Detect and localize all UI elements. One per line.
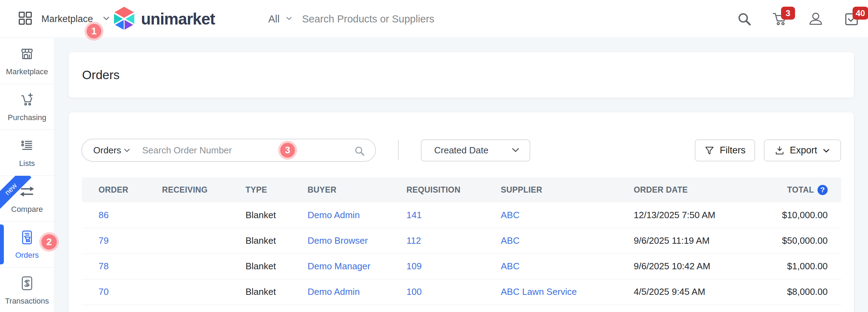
orders-table: ORDER RECEIVING TYPE BUYER REQUISITION S…	[82, 177, 841, 305]
storefront-icon	[19, 46, 35, 63]
requisition-link[interactable]: 141	[406, 210, 422, 220]
search-icon	[736, 11, 752, 27]
order-date-cell: 9/6/2025 11:19 AM	[634, 228, 754, 254]
cart-badge: 3	[781, 7, 795, 20]
table-row: 78 Blanket Demo Manager 109 ABC 9/6/2025…	[82, 254, 841, 279]
global-search-input[interactable]	[302, 13, 498, 25]
table-row: 86 Blanket Demo Admin 141 ABC 12/13/2025…	[82, 202, 841, 228]
buyer-link[interactable]: Demo Admin	[308, 286, 360, 297]
total-cell: $8,000.00	[754, 279, 841, 305]
global-search: All	[268, 0, 498, 38]
supplier-link[interactable]: ABC Lawn Service	[501, 286, 577, 297]
main-content: Orders Orders 3 Created Date Filters	[55, 38, 868, 312]
order-link[interactable]: 79	[99, 235, 109, 246]
receiving-cell	[162, 228, 245, 254]
export-button[interactable]: Export	[764, 139, 841, 161]
unimarket-logo-icon	[113, 6, 135, 32]
table-row: 79 Blanket Demo Browser 112 ABC 9/6/2025…	[82, 228, 841, 254]
chevron-down-icon	[102, 14, 110, 24]
compare-arrows-icon	[19, 183, 35, 201]
cart-plus-icon	[19, 92, 35, 109]
supplier-link[interactable]: ABC	[501, 235, 519, 246]
requisition-link[interactable]: 112	[406, 235, 421, 246]
step-marker-2: 2	[41, 234, 57, 250]
type-cell: Blanket	[245, 202, 308, 228]
search-button[interactable]	[736, 11, 752, 27]
receiving-cell	[162, 202, 245, 228]
orders-card: Orders 3 Created Date Filters Export	[69, 112, 854, 312]
order-link[interactable]: 86	[99, 210, 109, 220]
cart-button[interactable]: 3	[772, 11, 788, 27]
svg-text:$: $	[25, 280, 28, 286]
sidebar-item-marketplace[interactable]: Marketplace	[0, 38, 54, 84]
chevron-down-icon	[123, 146, 131, 154]
receiving-cell	[162, 279, 245, 305]
date-filter-select[interactable]: Created Date	[421, 139, 530, 161]
column-header-supplier: SUPPLIER	[501, 177, 634, 202]
requisition-link[interactable]: 100	[406, 286, 422, 297]
column-header-order-date: ORDER DATE	[634, 177, 754, 202]
topbar-icons: 3 40	[736, 0, 860, 38]
sidebar-item-purchasing[interactable]: Purchasing	[0, 84, 54, 130]
step-marker-1: 1	[87, 24, 101, 39]
order-date-cell: 12/13/2025 7:50 AM	[634, 202, 754, 228]
requisition-link[interactable]: 109	[406, 261, 422, 271]
search-icon[interactable]	[354, 145, 365, 158]
date-filter-value: Created Date	[434, 145, 489, 156]
chevron-down-icon	[822, 146, 830, 155]
order-date-cell: 9/6/2025 10:42 AM	[634, 254, 754, 279]
buyer-link[interactable]: Demo Admin	[308, 210, 360, 220]
step-marker-3: 3	[280, 143, 295, 158]
order-search-pill: Orders 3	[81, 139, 376, 162]
sidebar: Marketplace Purchasing Lists new Compare	[0, 38, 54, 312]
total-cell: $1,000.00	[754, 254, 841, 279]
total-cell: $50,000.00	[754, 228, 841, 254]
toolbar-divider	[398, 140, 399, 160]
buyer-link[interactable]: Demo Manager	[308, 261, 370, 271]
person-icon	[808, 11, 824, 27]
column-header-total: TOTAL?	[754, 177, 841, 202]
sidebar-item-lists[interactable]: Lists	[0, 130, 54, 176]
receiving-cell	[162, 254, 245, 279]
order-search-scope[interactable]: Orders	[93, 145, 131, 156]
column-header-buyer: BUYER	[308, 177, 406, 202]
chevron-down-icon	[511, 145, 520, 156]
funnel-icon	[704, 145, 715, 156]
page-title-card: Orders	[69, 52, 854, 98]
tasks-badge: 40	[853, 7, 868, 20]
sidebar-item-orders[interactable]: Orders 2	[0, 222, 54, 268]
list-icon	[19, 138, 35, 155]
transactions-icon: $	[19, 275, 35, 293]
tasks-button[interactable]: 40	[843, 11, 860, 27]
order-link[interactable]: 70	[99, 286, 109, 297]
buyer-link[interactable]: Demo Browser	[308, 235, 368, 246]
order-search-input[interactable]	[142, 145, 289, 156]
table-row: 70 Blanket Demo Admin 100 ABC Lawn Servi…	[82, 279, 841, 305]
app-switcher-label: Marketplace	[41, 14, 93, 25]
type-cell: Blanket	[245, 279, 308, 305]
page-title: Orders	[82, 68, 120, 82]
supplier-link[interactable]: ABC	[501, 210, 519, 220]
column-header-receiving: RECEIVING	[162, 177, 245, 202]
chevron-down-icon[interactable]	[285, 14, 293, 23]
order-link[interactable]: 78	[99, 261, 109, 271]
help-icon[interactable]: ?	[817, 185, 828, 195]
order-document-icon	[19, 229, 35, 247]
sidebar-item-transactions[interactable]: $ Transactions	[0, 268, 54, 312]
global-search-scope[interactable]: All	[268, 13, 280, 25]
supplier-link[interactable]: ABC	[501, 261, 519, 271]
unimarket-logo-text: unimarket	[141, 9, 215, 28]
unimarket-logo[interactable]: unimarket	[113, 0, 215, 38]
topbar: Marketplace 1 unimarket All	[0, 0, 868, 38]
download-icon	[774, 145, 785, 156]
table-header-row: ORDER RECEIVING TYPE BUYER REQUISITION S…	[82, 177, 841, 202]
sidebar-item-compare[interactable]: new Compare	[0, 176, 54, 222]
type-cell: Blanket	[245, 228, 308, 254]
filters-button[interactable]: Filters	[695, 139, 755, 161]
type-cell: Blanket	[245, 254, 308, 279]
order-date-cell: 4/5/2025 9:45 AM	[634, 279, 754, 305]
column-header-order: ORDER	[82, 177, 162, 202]
account-button[interactable]	[808, 11, 824, 27]
total-cell: $10,000.00	[754, 202, 841, 228]
grid-icon	[18, 11, 32, 27]
